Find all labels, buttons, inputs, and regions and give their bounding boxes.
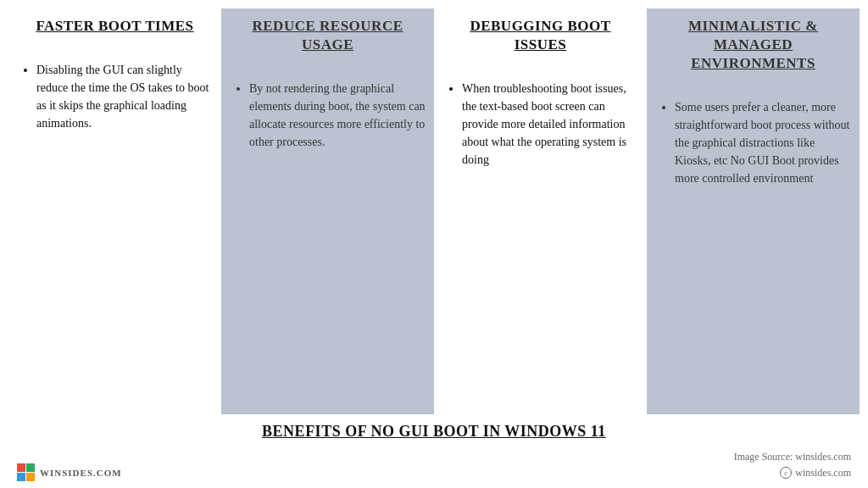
logo-sq1 [17,463,25,472]
columns-area: FASTER BOOT TIMES Disabling the GUI can … [0,0,868,414]
col3-title: DEBUGGING BOOT ISSUES [442,17,638,54]
winsides-logo: WINSIDES.COM [17,463,122,481]
col1-bullet: Disabling the GUI can slightly reduce th… [36,61,213,132]
col3-content: When troubleshooting boot issues, the te… [442,80,638,174]
logo-sq3 [17,473,25,481]
source-info: Image Source: winsides.com c winsides.co… [734,449,851,481]
col4-bullet: Some users prefer a cleaner, more straig… [675,98,851,187]
winsides-label: WINSIDES.COM [40,468,122,478]
col2-content: By not rendering the graphical elements … [230,80,426,156]
bottom-title: BENEFITS OF NO GUI BOOT IN WINDOWS 11 [262,423,606,441]
column-reduce-resource: REDUCE RESOURCE USAGE By not rendering t… [221,8,434,414]
source-line2: winsides.com [795,465,851,481]
logo-icon [17,463,35,481]
logo-sq4 [26,473,35,481]
bottom-area: BENEFITS OF NO GUI BOOT IN WINDOWS 11 WI… [0,414,868,488]
main-container: FASTER BOOT TIMES Disabling the GUI can … [0,0,868,488]
column-faster-boot: FASTER BOOT TIMES Disabling the GUI can … [8,8,221,414]
col1-title: FASTER BOOT TIMES [17,17,213,36]
col4-content: Some users prefer a cleaner, more straig… [655,98,851,192]
source-line1: Image Source: winsides.com [734,449,851,465]
column-minimalistic: MINIMALISTIC & MANAGED ENVIRONMENTS Some… [647,8,860,414]
column-debugging: DEBUGGING BOOT ISSUES When troubleshooti… [434,8,647,414]
col2-title: REDUCE RESOURCE USAGE [230,17,426,54]
col1-content: Disabling the GUI can slightly reduce th… [17,61,213,137]
col2-bullet: By not rendering the graphical elements … [249,80,426,151]
copyright-line: c winsides.com [734,465,851,481]
copyright-symbol: c [780,467,792,479]
logo-sq2 [26,463,35,472]
col3-bullet: When troubleshooting boot issues, the te… [462,80,638,169]
bottom-row: WINSIDES.COM Image Source: winsides.com … [17,449,851,481]
col4-title: MINIMALISTIC & MANAGED ENVIRONMENTS [655,17,851,73]
